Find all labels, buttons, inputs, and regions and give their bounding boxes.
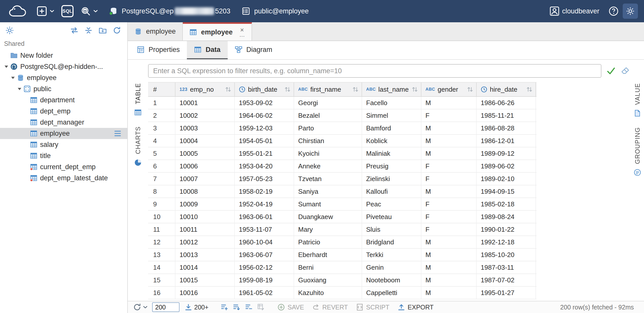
table-cell[interactable]: 1986-12-01 <box>477 135 536 147</box>
table-cell[interactable]: 10010 <box>175 211 235 223</box>
sort-icon[interactable] <box>352 87 359 92</box>
table-cell[interactable]: 1989-09-12 <box>477 147 536 160</box>
tab-data[interactable]: Data <box>187 41 228 59</box>
row-index[interactable]: 3 <box>148 122 175 134</box>
table-cell[interactable]: M <box>421 274 477 286</box>
table-cell[interactable]: Bamford <box>362 122 421 134</box>
settings-button[interactable] <box>623 4 638 19</box>
table-cell[interactable]: Chirstian <box>294 135 362 147</box>
table-cell[interactable]: 1964-06-02 <box>235 109 294 122</box>
table-cell[interactable]: F <box>421 173 477 185</box>
table-cell[interactable]: 1963-06-01 <box>235 211 294 223</box>
table-cell[interactable]: 1986-06-26 <box>477 97 536 109</box>
sort-icon[interactable] <box>412 87 418 92</box>
column-header-first-name[interactable]: ABCfirst_name <box>294 83 362 96</box>
table-cell[interactable]: 1958-02-19 <box>235 185 294 198</box>
tree-item-current-dept-emp[interactable]: current_dept_emp <box>0 161 127 172</box>
tree-item-new-folder[interactable]: New folder <box>0 50 127 61</box>
table-cell[interactable]: 10006 <box>175 160 235 172</box>
new-object-button[interactable] <box>37 6 54 16</box>
delete-row-button[interactable] <box>245 303 253 311</box>
row-index[interactable]: 5 <box>148 147 175 160</box>
tree-item-dept-emp-latest-date[interactable]: dept_emp_latest_date <box>0 172 127 184</box>
sort-icon[interactable] <box>526 87 532 92</box>
table-cell[interactable]: Cappelletti <box>362 287 421 299</box>
table-cell[interactable]: M <box>421 97 477 109</box>
panel-value[interactable]: VALUE <box>634 83 641 117</box>
table-cell[interactable]: Bezalel <box>294 109 362 122</box>
row-index[interactable]: 9 <box>148 198 175 210</box>
load-more-button[interactable]: 200+ <box>185 303 208 311</box>
export-button[interactable]: EXPORT <box>398 303 434 311</box>
row-index[interactable]: 13 <box>148 249 175 261</box>
panel-grouping[interactable]: GROUPING <box>634 127 641 176</box>
table-cell[interactable]: F <box>421 109 477 122</box>
row-index[interactable]: 10 <box>148 211 175 223</box>
item-menu-icon[interactable] <box>114 130 121 136</box>
sort-icon[interactable] <box>284 87 291 92</box>
table-cell[interactable]: 1952-04-19 <box>235 198 294 210</box>
add-row-button[interactable] <box>221 303 228 311</box>
table-cell[interactable]: 10005 <box>175 147 235 160</box>
table-cell[interactable]: 1953-11-07 <box>235 223 294 236</box>
table-cell[interactable]: 1987-03-11 <box>477 261 536 273</box>
row-index[interactable]: 15 <box>148 274 175 286</box>
sync-connections-icon[interactable] <box>70 26 79 35</box>
sql-editor-button[interactable]: SQL <box>61 5 74 17</box>
table-cell[interactable]: 1985-02-18 <box>477 198 536 210</box>
revert-button[interactable]: REVERT <box>312 303 348 311</box>
apply-filter-icon[interactable] <box>606 67 616 75</box>
table-cell[interactable]: 10011 <box>175 223 235 236</box>
table-cell[interactable]: 1959-12-03 <box>235 122 294 134</box>
tree-item-salary[interactable]: salary <box>0 139 127 150</box>
table-cell[interactable]: 1992-12-18 <box>477 236 536 248</box>
table-cell[interactable]: 10002 <box>175 109 235 122</box>
row-index[interactable]: 7 <box>148 173 175 185</box>
chevron-down-icon[interactable] <box>16 87 23 90</box>
chevron-down-icon[interactable] <box>3 65 10 68</box>
row-index[interactable]: 6 <box>148 160 175 172</box>
table-cell[interactable]: 10009 <box>175 198 235 210</box>
table-cell[interactable]: Berni <box>294 261 362 273</box>
table-cell[interactable]: 1957-05-23 <box>235 173 294 185</box>
table-cell[interactable]: M <box>421 249 477 261</box>
tree-item-title[interactable]: title <box>0 150 127 161</box>
table-cell[interactable]: Kyoichi <box>294 147 362 160</box>
script-button[interactable]: SCRIPT <box>356 303 389 311</box>
table-cell[interactable]: Sumant <box>294 198 362 210</box>
duplicate-row-button[interactable] <box>233 303 240 311</box>
table-cell[interactable]: M <box>421 147 477 160</box>
table-cell[interactable]: 10014 <box>175 261 235 273</box>
table-cell[interactable]: Tzvetan <box>294 173 362 185</box>
table-cell[interactable]: M <box>421 261 477 273</box>
sidebar-settings-icon[interactable] <box>5 26 14 35</box>
tab-properties[interactable]: Properties <box>130 41 187 59</box>
help-button[interactable] <box>609 6 619 16</box>
row-index[interactable]: 4 <box>148 135 175 147</box>
table-cell[interactable]: 1987-07-02 <box>477 274 536 286</box>
table-cell[interactable]: Koblick <box>362 135 421 147</box>
column-header-gender[interactable]: ABCgender <box>421 83 477 96</box>
table-cell[interactable]: Zielinski <box>362 173 421 185</box>
table-cell[interactable]: 1989-02-10 <box>477 173 536 185</box>
table-cell[interactable]: F <box>421 198 477 210</box>
table-cell[interactable]: 10007 <box>175 173 235 185</box>
row-index[interactable]: 12 <box>148 236 175 248</box>
table-cell[interactable]: M <box>421 122 477 134</box>
table-cell[interactable]: M <box>421 185 477 198</box>
table-cell[interactable]: Preusig <box>362 160 421 172</box>
row-index[interactable]: 14 <box>148 261 175 273</box>
tree-item-department[interactable]: department <box>0 94 127 106</box>
table-cell[interactable]: 1963-06-07 <box>235 249 294 261</box>
column-header-birth-date[interactable]: birth_date <box>235 83 294 96</box>
tab-menu-icon[interactable]: … <box>239 33 245 37</box>
table-cell[interactable]: 10008 <box>175 185 235 198</box>
table-cell[interactable]: 10013 <box>175 249 235 261</box>
save-button[interactable]: SAVE <box>277 303 304 311</box>
search-button[interactable] <box>81 6 98 16</box>
tree-item-dept-emp[interactable]: dept_emp <box>0 106 127 117</box>
table-cell[interactable]: Parto <box>294 122 362 134</box>
table-cell[interactable]: M <box>421 287 477 299</box>
table-cell[interactable]: 10015 <box>175 274 235 286</box>
table-cell[interactable]: 10012 <box>175 236 235 248</box>
